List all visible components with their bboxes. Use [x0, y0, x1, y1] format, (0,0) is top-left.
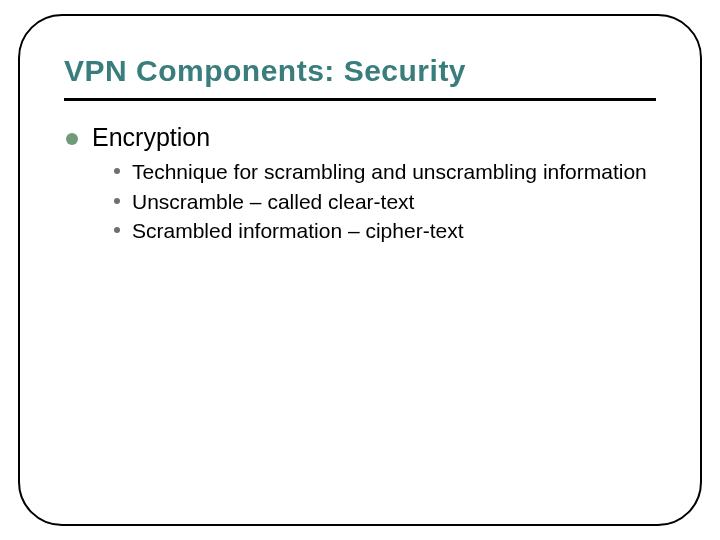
bullet-level2-item: Scrambled information – cipher-text [114, 217, 656, 245]
bullet-level1: Encryption [66, 123, 656, 152]
bullet-level2-text: Unscramble – called clear-text [132, 188, 414, 216]
slide-title: VPN Components: Security [64, 54, 656, 88]
dot-bullet-icon [114, 227, 120, 233]
bullet-level1-text: Encryption [92, 123, 210, 152]
bullet-level2-text: Technique for scrambling and unscramblin… [132, 158, 647, 186]
disc-bullet-icon [66, 133, 78, 145]
dot-bullet-icon [114, 198, 120, 204]
dot-bullet-icon [114, 168, 120, 174]
slide-frame: VPN Components: Security Encryption Tech… [18, 14, 702, 526]
bullet-level2-item: Unscramble – called clear-text [114, 188, 656, 216]
bullet-level2-list: Technique for scrambling and unscramblin… [114, 158, 656, 245]
title-underline [64, 98, 656, 101]
bullet-level2-item: Technique for scrambling and unscramblin… [114, 158, 656, 186]
bullet-level2-text: Scrambled information – cipher-text [132, 217, 463, 245]
